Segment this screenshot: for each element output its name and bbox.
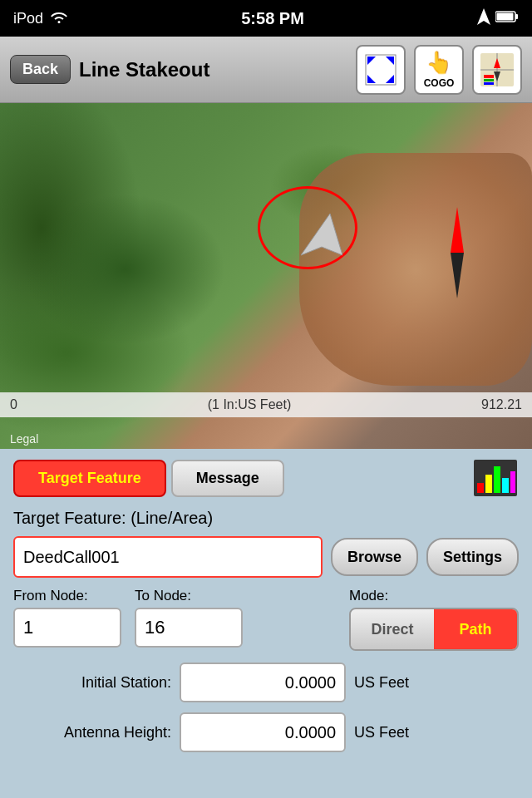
toolbar: Back Line Stakeout 👆 COGO [0, 37, 532, 103]
chart-icon [472, 459, 519, 497]
initial-station-row: Initial Station: US Feet [13, 663, 519, 702]
initial-station-unit: US Feet [354, 674, 409, 692]
battery-icon [495, 10, 519, 27]
path-button[interactable]: Path [434, 609, 517, 649]
from-node-group: From Node: [13, 588, 121, 648]
mode-label: Mode: [349, 588, 519, 604]
page-title: Line Stakeout [79, 58, 347, 81]
initial-station-label: Initial Station: [13, 674, 171, 692]
feature-row: Browse Settings [13, 536, 519, 578]
map-scale: 0 (1 In:US Feet) 912.21 [0, 392, 532, 417]
svg-marker-13 [451, 253, 464, 298]
scale-label: (1 In:US Feet) [208, 397, 291, 412]
target-arrow [301, 209, 342, 263]
scale-right: 912.21 [481, 397, 522, 412]
svg-marker-14 [301, 214, 342, 255]
svg-rect-16 [477, 483, 484, 493]
browse-button[interactable]: Browse [331, 538, 418, 576]
settings-button[interactable]: Settings [426, 538, 519, 576]
svg-rect-18 [494, 466, 500, 493]
svg-rect-17 [485, 475, 492, 493]
to-node-group: To Node: [135, 588, 243, 648]
svg-rect-2 [497, 12, 514, 20]
location-icon [477, 8, 490, 29]
cogo-label: COGO [424, 77, 455, 89]
scale-left: 0 [10, 397, 17, 412]
device-label: iPod [13, 10, 43, 27]
back-button[interactable]: Back [10, 55, 71, 84]
from-node-label: From Node: [13, 588, 121, 604]
direct-button[interactable]: Direct [351, 609, 434, 649]
node-row: From Node: To Node: Mode: Direct Path [13, 588, 519, 651]
svg-marker-12 [451, 207, 464, 253]
svg-rect-19 [502, 478, 509, 493]
map-area[interactable]: 0 (1 In:US Feet) 912.21 Legal [0, 103, 532, 451]
svg-rect-1 [515, 14, 518, 19]
feature-input[interactable] [13, 536, 323, 578]
mode-buttons: Direct Path [349, 608, 519, 651]
to-node-label: To Node: [135, 588, 243, 604]
antenna-height-row: Antenna Height: US Feet [13, 712, 519, 752]
time-display: 5:58 PM [241, 9, 304, 28]
section-title: Target Feature: (Line/Area) [13, 509, 519, 528]
antenna-height-input[interactable] [180, 712, 346, 752]
tab-row: Target Feature Message [13, 459, 519, 497]
compass [432, 203, 482, 303]
legal-text: Legal [10, 432, 38, 446]
from-node-input[interactable] [13, 608, 121, 648]
antenna-height-unit: US Feet [354, 724, 409, 741]
expand-button[interactable] [356, 45, 406, 95]
svg-rect-10 [484, 79, 494, 81]
bottom-panel: Target Feature Message Target Feature: (… [0, 449, 532, 798]
mode-group: Mode: Direct Path [349, 588, 519, 651]
tab-target-feature[interactable]: Target Feature [13, 460, 166, 497]
antenna-height-label: Antenna Height: [13, 724, 171, 741]
map-button[interactable] [472, 45, 522, 95]
initial-station-input[interactable] [180, 663, 346, 702]
cogo-button[interactable]: 👆 COGO [414, 45, 464, 95]
svg-rect-20 [510, 471, 515, 493]
to-node-input[interactable] [135, 608, 243, 648]
tab-message[interactable]: Message [171, 460, 284, 497]
svg-rect-11 [484, 82, 494, 85]
status-bar: iPod 5:58 PM [0, 0, 532, 37]
wifi-icon [50, 10, 68, 27]
svg-rect-9 [484, 75, 494, 78]
